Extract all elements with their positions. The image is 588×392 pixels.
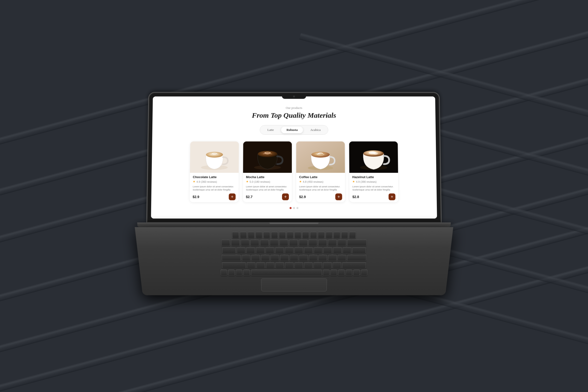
key-row-5 (148, 262, 440, 268)
product-image-hazelnut (349, 141, 398, 173)
key-arrow-l (338, 270, 345, 276)
key-row-6 (149, 270, 439, 276)
product-footer-chocolate: $2.9 + (192, 193, 236, 200)
pagination-dot-2[interactable] (293, 207, 295, 209)
key-arrow-d (353, 270, 360, 276)
key-6 (280, 240, 288, 246)
tab-acabica[interactable]: Acabica (305, 127, 326, 133)
key-q (236, 247, 245, 254)
key-5 (270, 240, 278, 246)
key-opt-r (330, 270, 337, 276)
product-desc-chocolate: Lorem ipsum dolor sit amet consectetur. … (192, 185, 236, 191)
add-button-chocolate[interactable]: + (229, 193, 236, 200)
star-icon-chocolate: ★ (193, 180, 196, 184)
product-rating-chocolate: ★ 4.9 (360 reviews) (193, 180, 236, 184)
key-s (251, 255, 260, 261)
add-button-hazelnut[interactable]: + (388, 193, 396, 200)
key-row-4 (148, 255, 440, 261)
product-desc-hazelnut: Lorem ipsum dolor sit amet consectetur. … (352, 185, 396, 191)
laptop-screen: Our products From Top Quality Materials … (147, 92, 441, 222)
section-title: From Top Quality Materials (252, 111, 336, 119)
key-t (275, 247, 284, 254)
key-a (242, 255, 250, 261)
key-k (309, 255, 318, 261)
star-icon-coffee: ★ (299, 180, 302, 184)
key-l (318, 255, 327, 261)
product-image-coffee (296, 141, 345, 173)
pagination-dot-3[interactable] (296, 207, 298, 209)
add-button-coffee[interactable]: + (335, 193, 342, 200)
product-info-coffee: Coffee Latte ★ 4.8 (450 reviews) Lorem i… (296, 173, 345, 202)
key-f10 (310, 232, 317, 238)
key-y (285, 247, 294, 254)
key-return (347, 255, 366, 261)
key-f3 (256, 232, 263, 238)
product-card-coffee-latte: Coffee Latte ★ 4.8 (450 reviews) Lorem i… (296, 141, 345, 202)
laptop: Our products From Top Quality Materials … (137, 91, 451, 301)
key-f6 (279, 232, 286, 238)
rating-text-chocolate: 4.9 (360 reviews) (196, 180, 217, 183)
key-row-1 (145, 232, 443, 238)
key-lshift (222, 262, 246, 268)
tab-latte[interactable]: Latte (262, 127, 279, 133)
tab-robusta[interactable]: Robusta (281, 127, 303, 133)
product-image-chocolate (190, 141, 239, 173)
key-slash (332, 262, 341, 268)
laptop-hinge (270, 222, 318, 224)
key-n (294, 262, 303, 268)
star-icon-mocha: ★ (246, 180, 249, 184)
key-end (349, 232, 356, 238)
key-f2 (248, 232, 255, 238)
product-price-chocolate: $2.9 (192, 195, 199, 199)
key-f9 (302, 232, 309, 238)
key-f4 (263, 232, 270, 238)
key-f7 (287, 232, 294, 238)
key-4 (260, 240, 269, 246)
product-info-mocha: Mocha Latte ★ 5.0 (180 reviews) Lorem ip… (243, 173, 292, 202)
screen-inner: Our products From Top Quality Materials … (151, 96, 437, 218)
touchpad[interactable] (261, 278, 327, 291)
key-tab (222, 247, 236, 254)
key-rshift (342, 262, 366, 268)
key-x (256, 262, 265, 268)
product-footer-coffee: $2.9 + (299, 193, 342, 200)
pagination-dot-1[interactable] (290, 207, 292, 209)
key-row-2 (146, 240, 442, 246)
keyboard-grid (145, 232, 443, 276)
keyboard-base (135, 227, 453, 295)
key-ctrl (228, 270, 235, 276)
product-rating-mocha: ★ 5.0 (180 reviews) (246, 180, 289, 184)
product-footer-hazelnut: $2.8 + (352, 193, 396, 200)
rating-text-coffee: 4.8 (450 reviews) (303, 180, 324, 183)
svg-point-13 (373, 152, 378, 155)
key-del (341, 232, 348, 238)
key-w (246, 247, 255, 254)
key-power (334, 232, 340, 238)
product-card-chocolate-latte: Chocolate Latte ★ 4.9 (360 reviews) Lore… (190, 141, 239, 202)
key-v (276, 262, 284, 268)
key-1 (231, 240, 240, 246)
add-button-mocha[interactable]: + (282, 193, 289, 200)
section-label: Our products (286, 106, 302, 110)
key-opt (236, 270, 242, 276)
products-grid: Chocolate Latte ★ 4.9 (360 reviews) Lore… (166, 141, 422, 202)
pagination (290, 207, 298, 209)
product-desc-coffee: Lorem ipsum dolor sit amet consectetur. … (299, 185, 342, 191)
product-info-chocolate: Chocolate Latte ★ 4.9 (360 reviews) Lore… (190, 173, 239, 202)
product-price-mocha: $2.7 (246, 195, 252, 199)
key-f (270, 255, 279, 261)
key-quote (337, 255, 346, 261)
product-rating-coffee: ★ 4.8 (450 reviews) (299, 180, 342, 184)
key-r (266, 247, 274, 254)
key-g (280, 255, 288, 261)
key-f12 (326, 232, 333, 238)
key-arrow-u (346, 270, 352, 276)
key-f1 (240, 232, 247, 238)
key-f8 (294, 232, 301, 238)
product-footer-mocha: $2.7 + (246, 193, 289, 200)
product-name-mocha: Mocha Latte (246, 175, 289, 179)
filter-tabs: Latte Robusta Acabica (260, 125, 328, 135)
product-desc-mocha: Lorem ipsum dolor sit amet consectetur. … (246, 185, 289, 191)
key-minus (328, 240, 337, 246)
key-e (256, 247, 264, 254)
